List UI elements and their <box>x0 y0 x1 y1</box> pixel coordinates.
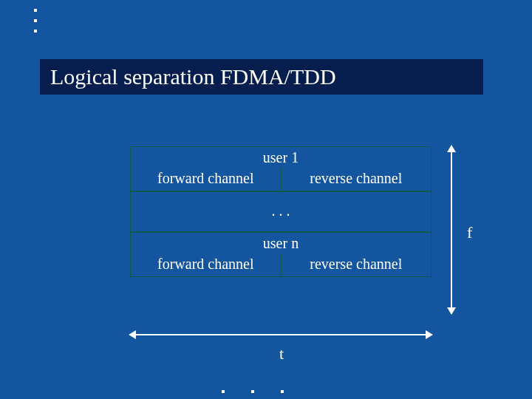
time-axis <box>130 328 432 341</box>
fdma-tdd-diagram: user 1 forward channel reverse channel .… <box>130 146 432 277</box>
bullet-dot <box>222 390 225 393</box>
usern-forward: forward channel <box>131 253 282 276</box>
user1-header: user 1 <box>130 146 432 168</box>
corner-bullets <box>34 9 37 33</box>
ellipsis-row: . . . <box>130 191 432 232</box>
footer-bullets <box>222 390 284 393</box>
f-axis-label: f <box>467 223 472 242</box>
bullet-dot <box>281 390 284 393</box>
arrow-right-icon <box>426 330 433 339</box>
usern-header: user n <box>130 232 432 253</box>
slide-title: Logical separation FDMA/TDD <box>50 64 336 89</box>
user1-channels: forward channel reverse channel <box>130 168 432 191</box>
f-axis-line <box>451 146 452 313</box>
arrow-down-icon <box>447 307 456 315</box>
user1-reverse: reverse channel <box>282 168 432 191</box>
usern-channels: forward channel reverse channel <box>130 253 432 277</box>
bullet-dot <box>251 390 254 393</box>
usern-reverse: reverse channel <box>282 253 432 276</box>
user1-forward: forward channel <box>131 168 282 191</box>
bullet-dot <box>34 9 37 12</box>
t-axis-line <box>130 334 432 335</box>
t-axis-label: t <box>279 344 284 364</box>
bullet-dot <box>34 30 37 33</box>
slide-title-block: Logical separation FDMA/TDD <box>40 59 483 95</box>
bullet-dot <box>34 19 37 22</box>
